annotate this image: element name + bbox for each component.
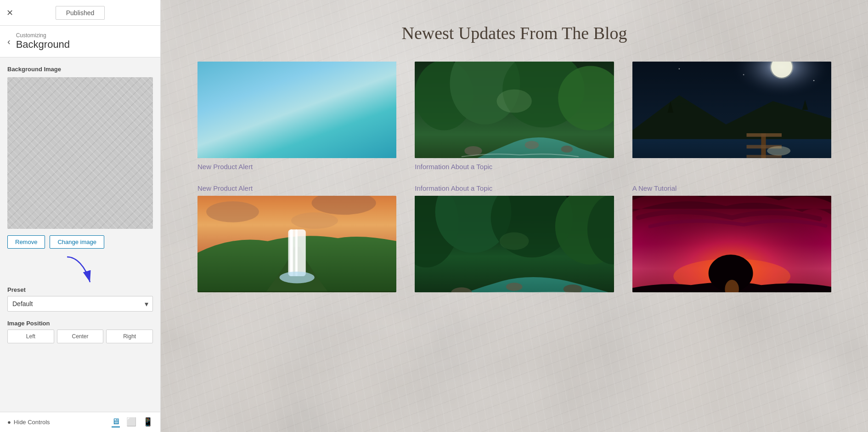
image-position-field: Image Position Left Center Right (7, 320, 153, 343)
svg-point-37 (206, 201, 259, 222)
desktop-icon[interactable]: 🖥 (112, 417, 120, 427)
svg-point-43 (279, 272, 314, 283)
post-link-5[interactable]: Information About a Topic (415, 184, 614, 192)
panel-title: Background (16, 39, 70, 51)
blog-title: Newest Updates From The Blog (197, 23, 831, 43)
published-button[interactable]: Published (56, 6, 105, 20)
image-action-buttons: Remove Change image (7, 235, 153, 249)
svg-rect-30 (632, 139, 831, 158)
svg-rect-42 (295, 229, 298, 276)
panel-header: ‹ Customizing Background (0, 26, 160, 57)
svg-point-20 (561, 146, 573, 153)
post-card: Information About a Topic (415, 184, 614, 297)
preview-panel: Newest Updates From The Blog (161, 0, 868, 432)
post-image-forest (415, 62, 614, 158)
top-bar: ✕ Published (0, 0, 160, 26)
post-link-2[interactable]: Information About a Topic (415, 163, 614, 171)
svg-rect-1 (197, 62, 396, 125)
svg-point-26 (678, 68, 680, 70)
background-image-label: Background Image (7, 66, 153, 73)
svg-point-4 (297, 71, 355, 90)
bg-preview-texture (7, 77, 153, 229)
position-center-button[interactable]: Center (57, 330, 104, 343)
svg-point-28 (743, 74, 744, 75)
svg-point-5 (323, 69, 364, 84)
post-card: A New Tutorial (632, 184, 831, 297)
svg-point-17 (497, 89, 532, 113)
position-right-button[interactable]: Right (106, 330, 153, 343)
panel-content: Background Image Remove Change image Pre (0, 57, 160, 412)
svg-point-3 (238, 62, 273, 76)
svg-rect-32 (746, 133, 781, 137)
back-button[interactable]: ‹ (7, 36, 11, 47)
svg-point-53 (506, 283, 523, 291)
svg-point-39 (291, 212, 338, 229)
customizer-panel: ✕ Published ‹ Customizing Background Bac… (0, 0, 161, 432)
post-link-1[interactable]: New Product Alert (197, 163, 396, 171)
svg-point-19 (525, 141, 539, 149)
svg-rect-44 (197, 291, 396, 292)
post-image-ocean (197, 62, 396, 158)
hide-controls-button[interactable]: ● Hide Controls (7, 419, 50, 426)
post-image-forest2 (415, 196, 614, 292)
post-card (632, 62, 831, 171)
post-link-6[interactable]: A New Tutorial (632, 184, 831, 192)
hide-controls-label: Hide Controls (14, 419, 50, 426)
preset-select[interactable]: Default Fill Screen Fit to Screen Repeat… (7, 296, 153, 312)
arrow-icon (62, 252, 99, 289)
mobile-icon[interactable]: 📱 (143, 417, 153, 427)
close-button[interactable]: ✕ (6, 8, 13, 18)
position-left-button[interactable]: Left (7, 330, 54, 343)
position-buttons: Left Center Right (7, 330, 153, 343)
panel-subtitle: Customizing (16, 32, 70, 39)
svg-point-29 (813, 80, 814, 81)
posts-grid: New Product Alert (197, 62, 831, 297)
panel-title-group: Customizing Background (16, 32, 70, 51)
svg-rect-41 (290, 229, 293, 276)
svg-rect-7 (197, 123, 396, 158)
image-position-label: Image Position (7, 320, 153, 327)
svg-point-2 (221, 63, 268, 80)
bottom-bar: ● Hide Controls 🖥 ⬜ 📱 (0, 412, 160, 432)
preset-select-wrap: Default Fill Screen Fit to Screen Repeat… (7, 296, 153, 312)
post-link-4[interactable]: New Product Alert (197, 184, 396, 192)
tablet-icon[interactable]: ⬜ (126, 417, 136, 427)
device-icons: 🖥 ⬜ 📱 (112, 417, 153, 427)
post-image-moonlake (632, 62, 831, 158)
background-image-preview (7, 77, 153, 229)
post-card: New Product Alert (197, 184, 396, 297)
svg-point-35 (767, 146, 790, 155)
preset-field: Preset Default Fill Screen Fit to Screen… (7, 286, 153, 312)
post-image-sunset (632, 196, 831, 292)
post-card: New Product Alert (197, 62, 396, 171)
remove-button[interactable]: Remove (7, 235, 45, 249)
svg-point-18 (465, 146, 482, 155)
arrow-annotation (7, 257, 153, 284)
change-image-button[interactable]: Change image (50, 235, 104, 249)
post-image-waterfall (197, 196, 396, 292)
svg-point-51 (500, 233, 529, 250)
post-card: Information About a Topic (415, 62, 614, 171)
eye-icon: ● (7, 419, 11, 426)
